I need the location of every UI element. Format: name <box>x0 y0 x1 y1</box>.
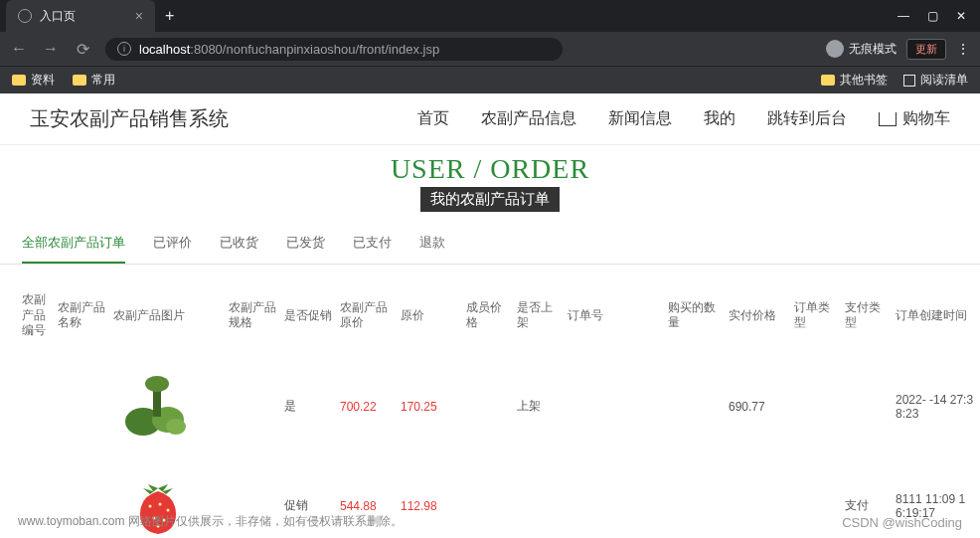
watermark-right: CSDN @wishCoding <box>842 515 962 530</box>
new-tab-button[interactable]: + <box>155 7 184 25</box>
nav-backend[interactable]: 跳转到后台 <box>767 108 847 129</box>
bookmarks-bar: 资料 常用 其他书签 阅读清单 <box>0 66 980 93</box>
url-path: :8080/nonfuchanpinxiaoshou/front/index.j… <box>190 42 439 57</box>
bookmark-folder[interactable]: 资料 <box>12 72 55 89</box>
minimize-button[interactable]: — <box>898 9 909 23</box>
table-header: 农副产品编号 农副产品名称 农副产品图片 农副产品规格 是否促销 农副产品原价 … <box>22 265 958 357</box>
col-image: 农副产品图片 <box>113 308 223 324</box>
page-title-en: USER / ORDER <box>0 153 980 185</box>
col-order-type: 订单类型 <box>794 300 839 331</box>
update-button[interactable]: 更新 <box>906 39 946 60</box>
nav-home[interactable]: 首页 <box>417 108 449 129</box>
reading-list[interactable]: 阅读清单 <box>903 72 968 89</box>
col-spec: 农副产品规格 <box>229 300 278 331</box>
reload-button[interactable]: ⟳ <box>74 40 91 59</box>
svg-point-4 <box>166 419 186 435</box>
order-tabs: 全部农副产品订单 已评价 已收货 已发货 已支付 退款 <box>0 216 980 265</box>
folder-icon <box>12 75 26 86</box>
col-qty: 购买的数量 <box>668 300 723 331</box>
watermark-left: www.toymoban.com 网络图片仅供展示，非存储，如有侵权请联系删除。 <box>18 513 403 530</box>
svg-point-7 <box>167 508 170 511</box>
maximize-button[interactable]: ▢ <box>927 9 938 23</box>
col-paid: 实付价格 <box>729 308 788 324</box>
cell-price: 700.22 <box>340 400 395 414</box>
site-info-icon[interactable]: i <box>117 42 131 56</box>
cell: 上架 <box>517 398 562 415</box>
tab-paid[interactable]: 已支付 <box>353 234 392 264</box>
brand-title: 玉安农副产品销售系统 <box>30 105 229 132</box>
col-onsale: 是否上架 <box>517 300 562 331</box>
window-controls: — ▢ ✕ <box>884 9 980 23</box>
tab-shipped[interactable]: 已发货 <box>286 234 325 264</box>
forward-button[interactable]: → <box>42 40 60 58</box>
svg-point-3 <box>145 376 169 392</box>
folder-icon <box>821 75 835 86</box>
menu-button[interactable]: ⋮ <box>956 41 970 57</box>
close-button[interactable]: ✕ <box>956 9 966 23</box>
titlebar: 入口页 × + — ▢ ✕ <box>0 0 980 32</box>
back-button[interactable]: ← <box>10 40 28 58</box>
tab-title: 入口页 <box>40 8 76 25</box>
url-input[interactable]: i localhost:8080/nonfuchanpinxiaoshou/fr… <box>105 38 563 61</box>
incognito-badge: 无痕模式 <box>826 40 897 58</box>
svg-point-6 <box>159 502 162 505</box>
list-icon <box>903 75 915 87</box>
col-promo: 是否促销 <box>284 308 334 324</box>
browser-tab[interactable]: 入口页 × <box>6 0 155 32</box>
col-name: 农副产品名称 <box>58 300 107 331</box>
url-host: localhost <box>139 42 190 57</box>
tab-refund[interactable]: 退款 <box>419 234 445 264</box>
incognito-icon <box>826 40 844 58</box>
tab-received[interactable]: 已收货 <box>220 234 258 264</box>
folder-icon <box>73 75 86 86</box>
table-row: 是 700.22 170.25 上架 690.77 2022- -14 27:3… <box>22 357 958 456</box>
col-order-no: 订单号 <box>568 308 662 324</box>
cell-price: 544.88 <box>340 499 395 513</box>
col-id: 农副产品编号 <box>22 292 52 339</box>
tab-all[interactable]: 全部农副产品订单 <box>22 234 125 264</box>
cell: 是 <box>284 398 334 415</box>
col-orig-price: 农副产品原价 <box>340 300 395 331</box>
other-bookmarks[interactable]: 其他书签 <box>821 72 888 89</box>
address-bar: ← → ⟳ i localhost:8080/nonfuchanpinxiaos… <box>0 32 980 66</box>
cell-price: 170.25 <box>401 400 460 414</box>
cell-price: 112.98 <box>401 499 460 513</box>
nav-mine[interactable]: 我的 <box>704 108 735 129</box>
cell: 2022- -14 27:38:23 <box>896 393 975 421</box>
close-tab-icon[interactable]: × <box>135 8 143 24</box>
cell: 促销 <box>284 497 334 514</box>
nav-news[interactable]: 新闻信息 <box>608 108 672 129</box>
cart-icon <box>879 112 897 126</box>
col-member-price: 成员价格 <box>466 300 511 331</box>
product-image <box>113 372 203 442</box>
bookmark-folder[interactable]: 常用 <box>73 72 115 89</box>
tab-reviewed[interactable]: 已评价 <box>153 234 192 264</box>
nav-cart[interactable]: 购物车 <box>879 108 950 129</box>
main-nav: 玉安农副产品销售系统 首页 农副产品信息 新闻信息 我的 跳转到后台 购物车 <box>0 93 980 145</box>
col-created: 订单创建时间 <box>896 308 975 324</box>
svg-point-5 <box>149 504 152 507</box>
col-price: 原价 <box>401 308 460 324</box>
cell: 支付 <box>845 497 890 514</box>
page-title-cn: 我的农副产品订单 <box>420 187 560 212</box>
nav-products[interactable]: 农副产品信息 <box>481 108 576 129</box>
vegetable-icon <box>118 372 198 442</box>
cell: 690.77 <box>729 400 788 414</box>
col-pay-type: 支付类型 <box>845 300 890 331</box>
page-icon <box>18 9 32 23</box>
